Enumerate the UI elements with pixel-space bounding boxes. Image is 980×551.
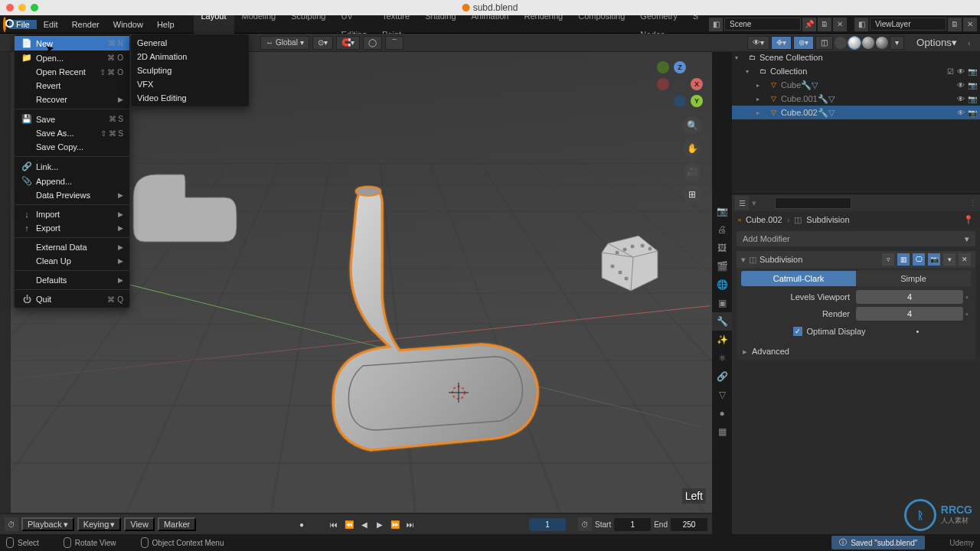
view-menu[interactable]: View [124,517,155,531]
file-quit[interactable]: ⏻Quit⌘ Q [15,292,129,306]
axis-y-icon[interactable]: Y [691,95,703,107]
jump-end-icon[interactable]: ⏭ [403,517,417,531]
menu-render[interactable]: Render [65,20,106,29]
file-open-[interactable]: 📁Open...⌘ O [15,51,129,65]
decorator-icon[interactable]: • [916,327,920,336]
advanced-toggle[interactable]: ▸Advanced [737,343,975,360]
viewlayer-field[interactable] [870,18,946,31]
tab-world-icon[interactable]: 🌐 [712,276,732,294]
marker-menu[interactable]: Marker [158,517,196,531]
disclosure-icon[interactable]: ‹ [968,38,975,47]
tab-viewlayer-icon[interactable]: 🖼 [712,239,732,257]
current-frame-field[interactable]: 1 [529,518,566,531]
menu-help[interactable]: Help [150,20,181,29]
optimal-checkbox[interactable]: ✓ [793,327,802,336]
tab-modifiers-icon[interactable]: 🔧 [712,312,732,331]
axis-z-icon[interactable]: Z [674,61,686,73]
pan-icon[interactable]: ✋ [683,139,701,158]
preview-range-icon[interactable]: ⏱ [578,517,592,531]
axis-neg-x-icon[interactable] [657,78,669,90]
file-import[interactable]: ↓Import▶ [15,207,129,221]
chevron-down-icon[interactable]: ▾ [741,255,746,265]
snap-toggle[interactable]: 🧲▾ [336,36,360,50]
viewlayer-browse-icon[interactable]: ◧ [854,18,868,31]
tab-object-icon[interactable]: ▣ [712,294,732,312]
tab-mesh-icon[interactable]: ▽ [712,386,732,404]
outliner-collection[interactable]: ▾🗀Collection☑👁📷 [732,64,980,78]
proportional-toggle[interactable]: ◯ [363,36,382,50]
shading-rendered-icon[interactable] [876,37,888,49]
modifier-name[interactable]: Subdivision [760,255,879,264]
file-new[interactable]: 📄New⌘ N [15,36,129,51]
new-general[interactable]: General [131,36,249,50]
seg-simple[interactable]: Simple [856,271,971,286]
mod-realtime-icon[interactable]: 🖵 [913,253,925,266]
tab-output-icon[interactable]: 🖨 [712,220,732,239]
jump-start-icon[interactable]: ⏮ [327,517,341,531]
axis-neg-y-icon[interactable] [657,61,669,73]
file-append-[interactable]: 📎Append... [15,174,129,188]
file-clean-up[interactable]: Clean Up▶ [15,254,129,268]
minimize-window-icon[interactable] [18,4,26,11]
file-recover[interactable]: Recover▶ [15,93,129,106]
viewlayer-new-icon[interactable]: 🗎 [948,18,962,31]
keyframe-prev-icon[interactable]: ⏪ [342,517,356,531]
breadcrumb-modifier[interactable]: Subdivision [806,215,849,224]
timeline-editor-icon[interactable]: ⏱ [5,517,18,531]
file-save-as-[interactable]: Save As...⇧ ⌘ S [15,126,129,140]
shading-wireframe-icon[interactable] [835,37,847,49]
mod-on-cage-icon[interactable]: ▿ [882,253,894,266]
render-field[interactable]: 4 [856,307,963,321]
file-defaults[interactable]: Defaults▶ [15,273,129,287]
menu-window[interactable]: Window [106,20,150,29]
keying-menu[interactable]: Keying ▾ [77,517,122,531]
file-open-recent[interactable]: Open Recent⇧ ⌘ O [15,65,129,79]
zoom-icon[interactable]: 🔍 [683,116,701,135]
autokey-icon[interactable]: ● [295,517,309,531]
camera-view-icon[interactable]: 🎥 [683,162,701,181]
options-button[interactable]: Options ▾ [910,34,963,51]
object-cube[interactable] [126,167,240,259]
gizmo-toggle[interactable]: ✥▾ [771,36,792,50]
mod-extra-icon[interactable]: ▾ [943,253,956,266]
new-sculpting[interactable]: Sculpting [131,64,249,77]
tab-constraints-icon[interactable]: 🔗 [712,367,732,386]
maximize-window-icon[interactable] [31,4,38,11]
viewlayer-delete-icon[interactable]: ✕ [963,18,977,31]
object-cube-001[interactable] [585,228,662,297]
new-vfx[interactable]: VFX [131,77,249,91]
play-reverse-icon[interactable]: ◀ [358,517,371,531]
mod-edit-mode-icon[interactable]: ▥ [897,253,910,266]
scene-delete-icon[interactable]: ✕ [833,18,847,31]
menu-edit[interactable]: Edit [37,20,65,29]
tab-material-icon[interactable]: ● [712,404,732,422]
file-export[interactable]: ↑Export▶ [15,221,129,235]
tab-particles-icon[interactable]: ✨ [712,331,732,349]
close-window-icon[interactable] [6,4,14,11]
scene-field[interactable] [724,18,801,31]
blender-logo-icon[interactable] [3,17,6,32]
decorator-icon[interactable]: • [963,292,971,302]
file-data-previews[interactable]: Data Previews▶ [15,188,129,202]
proportional-curve[interactable]: ⌒ [385,36,403,50]
file-link-[interactable]: 🔗Link... [15,159,129,174]
start-frame-field[interactable]: 1 [614,518,651,531]
outliner-cube-001[interactable]: ▸Cube.001 🔧 ▽👁📷 [732,92,980,106]
seg-catmull[interactable]: Catmull-Clark [741,271,856,286]
mod-render-icon[interactable]: 📷 [928,253,940,266]
properties-options-icon[interactable]: ⋮ [969,198,977,208]
mod-delete-icon[interactable]: ✕ [959,253,971,266]
file-save[interactable]: 💾Save⌘ S [15,112,129,126]
scene-pin-icon[interactable]: 📌 [802,18,816,31]
properties-search[interactable] [775,197,851,209]
axis-x-icon[interactable]: X [691,78,703,90]
play-icon[interactable]: ▶ [373,517,387,531]
add-modifier-button[interactable]: Add Modifier▾ [737,231,975,246]
perspective-toggle-icon[interactable]: ⊞ [683,185,701,204]
visibility-dropdown[interactable]: 👁▾ [747,36,769,50]
tab-scene-icon[interactable]: 🎬 [712,257,732,276]
tab-render-icon[interactable]: 📷 [712,202,732,220]
overlays-toggle[interactable]: ⊕▾ [793,36,814,50]
pin-icon[interactable]: 📍 [963,215,974,225]
file-save-copy-[interactable]: Save Copy... [15,140,129,154]
